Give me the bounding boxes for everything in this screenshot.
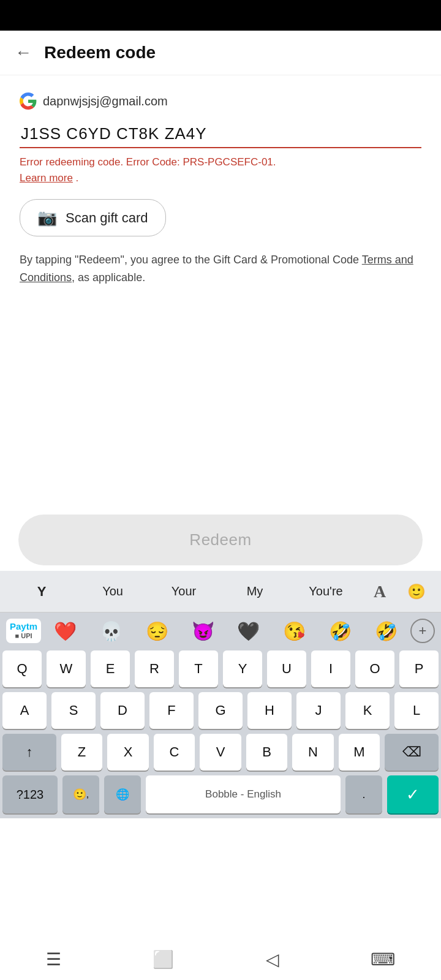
error-block: Error redeeming code. Error Code: PRS-PG… xyxy=(20,154,421,186)
key-a[interactable]: A xyxy=(2,692,47,729)
key-i[interactable]: I xyxy=(311,650,350,687)
emoji-devil[interactable]: 😈 xyxy=(181,620,225,642)
suggestion-you[interactable]: You xyxy=(77,578,148,605)
content-area: dapnwjsjsj@gmail.com Error redeeming cod… xyxy=(0,75,441,299)
emoji-laughing[interactable]: 🤣 xyxy=(318,620,362,642)
key-x[interactable]: X xyxy=(107,734,149,771)
code-input-wrapper xyxy=(20,121,421,148)
emoji-laughing2[interactable]: 🤣 xyxy=(364,620,408,642)
page-title: Redeem code xyxy=(44,43,156,62)
key-b[interactable]: B xyxy=(246,734,288,771)
emoji-black-heart[interactable]: 🖤 xyxy=(227,620,271,642)
key-r[interactable]: R xyxy=(135,650,174,687)
key-h[interactable]: H xyxy=(247,692,292,729)
camera-icon: 📷 xyxy=(37,208,57,227)
suggestion-y[interactable]: Y xyxy=(6,578,77,606)
comma-label: , xyxy=(86,789,89,800)
nav-keyboard-icon[interactable]: ⌨ xyxy=(371,949,395,970)
key-j[interactable]: J xyxy=(296,692,341,729)
backspace-key[interactable]: ⌫ xyxy=(385,734,439,771)
nav-bar: ☰ ⬜ ◁ ⌨ xyxy=(0,938,441,980)
key-rows: Q W E R T Y U I O P A S D F G H J K L ↑ … xyxy=(0,648,441,771)
emoji-heart[interactable]: ❤️ xyxy=(43,620,87,642)
account-row: dapnwjsjsj@gmail.com xyxy=(20,92,421,110)
nav-back-icon[interactable]: ◁ xyxy=(266,949,279,970)
emoji-kiss[interactable]: 😘 xyxy=(273,620,316,642)
terms-prefix: By tapping "Redeem", you agree to the Gi… xyxy=(20,254,362,266)
smiley-icon: 🙂 xyxy=(73,788,86,801)
emoji-skull[interactable]: 💀 xyxy=(89,620,133,642)
error-period: . xyxy=(75,172,78,184)
scan-gift-card-button[interactable]: 📷 Scan gift card xyxy=(20,199,166,236)
key-m[interactable]: M xyxy=(339,734,380,771)
error-message: Error redeeming code. Error Code: PRS-PG… xyxy=(20,156,276,168)
key-z[interactable]: Z xyxy=(61,734,103,771)
key-w[interactable]: W xyxy=(47,650,86,687)
terms-suffix: , as applicable. xyxy=(72,271,145,284)
paytm-logo[interactable]: Paytm ■ UPI xyxy=(6,619,41,643)
key-u[interactable]: U xyxy=(267,650,306,687)
suggestions-row: Y You Your My You're A 🙂 xyxy=(0,571,441,612)
key-v[interactable]: V xyxy=(200,734,241,771)
key-row-3: ↑ Z X C V B N M ⌫ xyxy=(2,734,439,771)
key-q[interactable]: Q xyxy=(2,650,42,687)
enter-key[interactable]: ✓ xyxy=(387,775,439,813)
key-d[interactable]: D xyxy=(100,692,145,729)
period-key[interactable]: . xyxy=(345,775,382,813)
header: ← Redeem code xyxy=(0,31,441,75)
key-row-1: Q W E R T Y U I O P xyxy=(2,650,439,687)
key-t[interactable]: T xyxy=(179,650,218,687)
scan-label: Scan gift card xyxy=(66,210,148,226)
status-bar xyxy=(0,0,441,31)
key-g[interactable]: G xyxy=(198,692,243,729)
suggestion-your[interactable]: Your xyxy=(148,578,219,605)
suggestion-actions: A 🙂 xyxy=(361,573,435,610)
learn-more-link[interactable]: Learn more xyxy=(20,172,73,184)
redeem-button[interactable]: Redeem xyxy=(18,514,423,565)
bottom-row: ?123 🙂 , 🌐 Bobble - English . ✓ xyxy=(0,775,441,818)
code-input[interactable] xyxy=(20,121,421,148)
key-k[interactable]: K xyxy=(345,692,390,729)
font-settings-button[interactable]: A xyxy=(361,573,398,610)
emoji-sad[interactable]: 😔 xyxy=(135,620,179,642)
key-c[interactable]: C xyxy=(154,734,195,771)
terms-text: By tapping "Redeem", you agree to the Gi… xyxy=(20,251,421,287)
nav-home-icon[interactable]: ⬜ xyxy=(153,949,174,970)
key-row-2: A S D F G H J K L xyxy=(2,692,439,729)
num-key[interactable]: ?123 xyxy=(2,775,58,813)
key-l[interactable]: L xyxy=(394,692,439,729)
space-key[interactable]: Bobble - English xyxy=(146,775,341,813)
key-f[interactable]: F xyxy=(149,692,194,729)
google-icon xyxy=(20,92,37,110)
emoji-keyboard-button[interactable]: 🙂 xyxy=(398,573,435,610)
globe-key[interactable]: 🌐 xyxy=(104,775,141,813)
key-o[interactable]: O xyxy=(355,650,394,687)
comma-key[interactable]: 🙂 , xyxy=(62,775,99,813)
key-p[interactable]: P xyxy=(399,650,439,687)
suggestion-youre[interactable]: You're xyxy=(290,578,361,605)
key-y[interactable]: Y xyxy=(223,650,262,687)
key-e[interactable]: E xyxy=(91,650,130,687)
emoji-add-button[interactable]: + xyxy=(410,619,435,643)
redeem-button-area: Redeem xyxy=(0,514,441,565)
key-n[interactable]: N xyxy=(292,734,334,771)
emoji-row: Paytm ■ UPI ❤️ 💀 😔 😈 🖤 😘 🤣 🤣 + xyxy=(0,612,441,648)
back-button[interactable]: ← xyxy=(15,43,32,62)
keyboard[interactable]: Y You Your My You're A 🙂 Paytm ■ UPI ❤️ … xyxy=(0,571,441,818)
nav-menu-icon[interactable]: ☰ xyxy=(46,949,61,970)
account-email: dapnwjsjsj@gmail.com xyxy=(43,94,168,108)
shift-key[interactable]: ↑ xyxy=(2,734,56,771)
key-s[interactable]: S xyxy=(51,692,96,729)
suggestion-my[interactable]: My xyxy=(219,578,290,605)
